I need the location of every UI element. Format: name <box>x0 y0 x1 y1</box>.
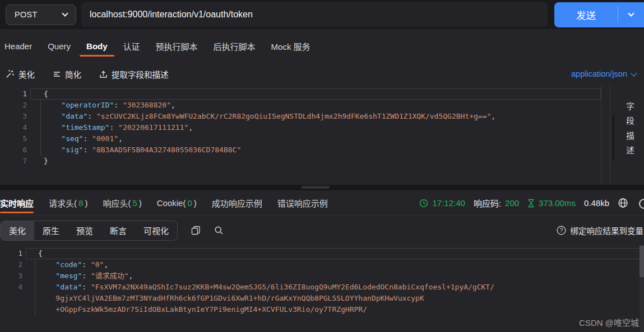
line-content: } <box>27 156 601 167</box>
tab-auth[interactable]: 认证 <box>123 29 140 63</box>
code-line[interactable]: 6 "sig": "8B3AAD5F5B04A32748055036CD784B… <box>0 144 601 156</box>
response-status: 17:12:40 响应码: 200 373.00ms 0.48kb <box>419 197 644 209</box>
chevron-down-icon <box>62 10 68 16</box>
content-type-dropdown[interactable]: application/json <box>571 69 636 78</box>
response-tab-error-example[interactable]: 错误响应示例 <box>277 190 328 216</box>
response-tab-cookie[interactable]: Cookie(0) <box>157 190 197 216</box>
response-tab-label: 成功响应示例 <box>212 197 262 209</box>
line-number: 3 <box>0 270 22 282</box>
method-label: POST <box>15 10 38 19</box>
line-content: "mesg": "请求成功", <box>22 270 644 282</box>
tab-query[interactable]: Query <box>48 29 71 63</box>
body-toolbar: 美化 简化 提取字段和描述 application/json <box>0 63 644 85</box>
line-content: { <box>26 248 644 259</box>
code-line[interactable]: 1{ <box>0 88 601 100</box>
tab-post-script[interactable]: 后执行脚本 <box>214 29 256 63</box>
request-editor-area: 1{2 "operatorID": "302368820",3 "data": … <box>0 85 644 185</box>
line-content: "code": "0", <box>22 259 644 270</box>
code-line[interactable]: 5 "seq": "0001", <box>0 133 601 144</box>
clock-icon <box>419 199 428 208</box>
response-view-switch: 美化原生预览断言可视化 <box>0 221 178 241</box>
chevron-down-icon <box>631 70 637 76</box>
line-number: 4 <box>0 282 22 293</box>
response-scrollbar[interactable] <box>640 245 644 332</box>
copy-button[interactable] <box>191 226 201 235</box>
beautify-label: 美化 <box>18 68 35 80</box>
method-dropdown[interactable]: POST <box>6 4 76 25</box>
send-options-button[interactable] <box>618 13 644 16</box>
simplify-button[interactable]: 简化 <box>53 68 81 80</box>
response-tab-label: 错误响应示例 <box>277 197 328 209</box>
help-circle-icon: ? <box>557 226 566 235</box>
code-line[interactable]: 1{ <box>0 248 644 259</box>
line-number: 5 <box>0 133 27 144</box>
line-content: +OGppFszkWk5mzADr7SiIdOBxLakBtynIeY7Pi9e… <box>22 304 644 315</box>
code-line[interactable]: 7} <box>0 156 601 167</box>
indent-guide <box>35 259 35 315</box>
code-line[interactable]: 9gjxYC4ljVA2EBm7zMT3NYadHfRh6ck6fGP1GDvi… <box>0 293 644 304</box>
beautify-button[interactable]: 美化 <box>6 68 35 80</box>
response-tab-label: 请求头 <box>49 197 74 209</box>
response-editor-area: 1{2 "code": "0",3 "mesg": "请求成功",4 "data… <box>0 245 644 332</box>
code-line[interactable]: +OGppFszkWk5mzADr7SiIdOBxLakBtynIeY7Pi9e… <box>0 304 644 315</box>
svg-text:?: ? <box>559 227 563 233</box>
tab-pre-script[interactable]: 预执行脚本 <box>156 29 198 63</box>
response-time: 17:12:40 <box>419 198 465 208</box>
view-preview[interactable]: 预览 <box>68 221 101 240</box>
extract-fields-button[interactable]: 提取字段和描述 <box>99 68 169 80</box>
code-line[interactable]: 2 "operatorID": "302368820", <box>0 100 601 111</box>
field-description-panel: 字段描述 <box>601 85 644 185</box>
response-tab-response-headers[interactable]: 响应头(5) <box>103 190 141 216</box>
line-number: 7 <box>0 156 27 167</box>
line-content: "data": "FsXVM7a2NX49aQShIc7suz2KKB+M4sw… <box>22 282 644 293</box>
response-tab-request-headers[interactable]: 请求头(8) <box>49 190 87 216</box>
view-visualize[interactable]: 可视化 <box>135 221 177 240</box>
tab-body[interactable]: Body <box>86 29 108 63</box>
tab-count-badge: 5 <box>132 198 137 208</box>
send-button-label: 发送 <box>554 8 618 22</box>
splitter-drag-handle[interactable] <box>302 186 330 189</box>
line-number: 2 <box>0 259 22 270</box>
response-scrollbar-thumb[interactable] <box>640 246 644 277</box>
request-body-editor[interactable]: 1{2 "operatorID": "302368820",3 "data": … <box>0 85 601 185</box>
view-assert[interactable]: 断言 <box>101 221 135 240</box>
code-line[interactable]: 4 "timeStamp": "20220617111211", <box>0 122 601 133</box>
code-line[interactable]: 4 "data": "FsXVM7a2NX49aQShIc7suz2KKB+M4… <box>0 282 644 293</box>
line-number: 4 <box>0 122 27 133</box>
pane-splitter <box>0 185 644 190</box>
line-number: 3 <box>0 111 27 122</box>
response-tab-label: Cookie <box>157 198 183 208</box>
editor-scrollbar-thumb[interactable] <box>612 115 615 161</box>
tab-mock[interactable]: Mock 服务 <box>271 29 311 63</box>
line-content: "data": "szCUVC2KLjz8FCm8YwWFU2abCK/rC2R… <box>27 111 601 122</box>
chevron-down-icon <box>628 10 634 16</box>
code-line[interactable]: 2 "code": "0", <box>0 259 644 270</box>
search-button[interactable] <box>214 226 224 235</box>
magic-wand-icon <box>6 69 15 78</box>
response-tab-success-example[interactable]: 成功响应示例 <box>212 190 262 216</box>
tab-header[interactable]: Header <box>4 29 32 63</box>
status-code-label: 响应码: <box>474 197 501 209</box>
response-tab-realtime[interactable]: 实时响应 <box>0 190 34 216</box>
response-tab-label: 响应头 <box>103 197 128 209</box>
indent-guide <box>40 100 41 156</box>
send-button[interactable]: 发送 <box>554 2 644 27</box>
code-line[interactable]: 3 "data": "szCUVC2KLjz8FCm8YwWFU2abCK/rC… <box>0 111 601 122</box>
view-beautify[interactable]: 美化 <box>1 221 34 240</box>
line-number: 1 <box>0 248 22 259</box>
bind-response-to-variable[interactable]: ? 绑定响应结果到变量 <box>557 225 644 236</box>
globe-icon[interactable] <box>618 198 628 208</box>
duration-group: 373.00ms <box>527 198 576 208</box>
request-tabs: HeaderQueryBody认证预执行脚本后执行脚本Mock 服务 <box>0 29 644 63</box>
field-description-tab[interactable]: 字段描述 <box>624 102 636 161</box>
time-value: 17:12:40 <box>432 198 465 208</box>
url-input[interactable]: localhost:9000/interaction/v1/oauth/toke… <box>81 2 548 27</box>
code-line[interactable]: 3 "mesg": "请求成功", <box>0 270 644 282</box>
response-body-editor[interactable]: 1{2 "code": "0",3 "mesg": "请求成功",4 "data… <box>0 245 644 315</box>
tab-count-badge: 0 <box>187 198 192 208</box>
extract-label: 提取字段和描述 <box>112 68 169 80</box>
search-icon <box>214 226 224 235</box>
line-number: 2 <box>0 100 27 111</box>
view-raw[interactable]: 原生 <box>34 221 68 240</box>
line-content: "seq": "0001", <box>27 133 601 144</box>
